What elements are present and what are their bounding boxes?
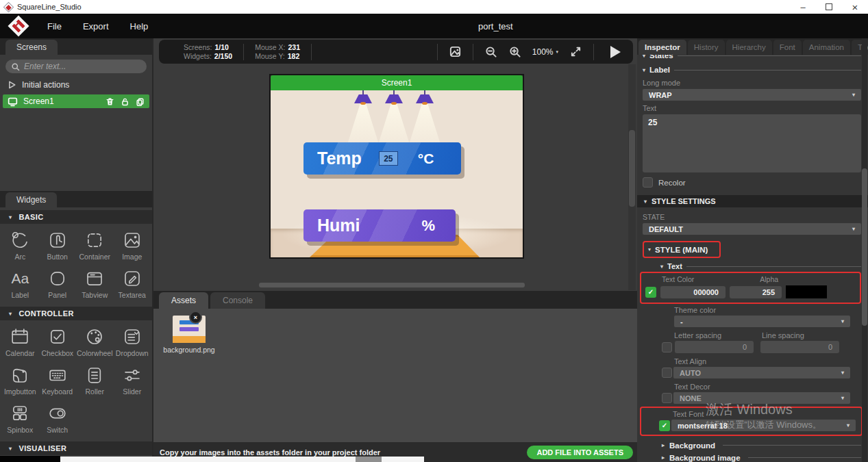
tab-animation[interactable]: Animation: [803, 40, 850, 55]
humi-label[interactable]: Humi: [317, 216, 360, 235]
tab-console[interactable]: Console: [210, 292, 265, 309]
style-settings-header[interactable]: ▾ STYLE SETTINGS: [637, 195, 868, 207]
minimize-button[interactable]: –: [790, 0, 816, 14]
asset-item[interactable]: × background.png: [163, 316, 215, 355]
long-mode-dropdown[interactable]: WRAP ▾: [643, 89, 861, 101]
minimize-icon: –: [800, 2, 805, 12]
alpha-label: Alpha: [760, 275, 778, 283]
inspector-content: ▾ States ▾ Label Long mode WRAP ▾ Text 2…: [637, 55, 868, 462]
alpha-field[interactable]: 255: [730, 286, 782, 298]
widget-spinbox[interactable]: Spinbox: [1, 399, 39, 437]
tab-font[interactable]: Font: [773, 40, 802, 55]
background-section-header[interactable]: ▸ Background: [643, 439, 861, 451]
temp-value-label-selected[interactable]: 25: [379, 151, 398, 166]
imgbutton-icon: [10, 365, 30, 385]
tab-screens[interactable]: Screens: [5, 40, 58, 55]
zoom-in-icon[interactable]: [508, 45, 521, 58]
widget-keyboard[interactable]: Keyboard: [39, 361, 77, 399]
widget-image[interactable]: Image: [114, 226, 151, 264]
text-style-section-header[interactable]: ▾ Text: [660, 262, 861, 270]
tab-hierarchy[interactable]: Hierarchy: [726, 40, 772, 55]
inspector-tabstrip: Inspector History Hierarchy Font Animati…: [637, 38, 868, 55]
horizontal-scrollbar[interactable]: [259, 283, 525, 287]
lock-icon[interactable]: [121, 97, 129, 106]
text-color-checkbox-checked[interactable]: ✓: [645, 287, 656, 298]
letter-spacing-field[interactable]: 0: [675, 341, 754, 353]
vertical-scrollbar-thumb[interactable]: [629, 130, 635, 207]
textarea-icon: [122, 268, 142, 289]
zoom-level-dropdown[interactable]: 100% ▾: [532, 47, 558, 57]
spacing-checkbox[interactable]: [662, 342, 672, 352]
zoom-out-icon[interactable]: [484, 45, 497, 58]
text-font-checkbox-checked[interactable]: ✓: [659, 420, 670, 431]
add-file-into-assets-button[interactable]: ADD FILE INTO ASSETS: [527, 446, 633, 459]
text-align-checkbox[interactable]: [662, 368, 672, 378]
inspector-scrollbar-thumb[interactable]: [862, 168, 867, 326]
initial-actions-row[interactable]: Initial actions: [7, 80, 145, 90]
maximize-button[interactable]: [816, 0, 842, 14]
text-align-dropdown[interactable]: AUTO ▾: [673, 367, 850, 378]
widget-colorwheel[interactable]: Colorwheel: [76, 322, 114, 361]
section-visualiser[interactable]: ▾ VISUALISER: [0, 441, 152, 455]
widget-container[interactable]: Container: [76, 226, 114, 264]
fit-to-screen-icon[interactable]: [569, 45, 582, 58]
humi-unit-label[interactable]: %: [421, 217, 435, 235]
humi-panel-widget[interactable]: Humi %: [303, 209, 456, 242]
line-spacing-field[interactable]: 0: [760, 341, 839, 353]
widget-calendar[interactable]: Calendar: [1, 322, 39, 361]
menu-export[interactable]: Export: [83, 21, 109, 31]
menu-file[interactable]: File: [47, 21, 62, 31]
tab-assets[interactable]: Assets: [159, 292, 208, 309]
background-image-section-header[interactable]: ▸ Background image: [643, 452, 861, 462]
style-main-header-highlighted[interactable]: ▾ STYLE (MAIN): [643, 241, 721, 258]
search-icon: [11, 62, 20, 71]
widget-switch[interactable]: Switch: [39, 399, 77, 437]
temp-label[interactable]: Temp: [317, 149, 362, 168]
text-decor-checkbox[interactable]: [662, 393, 672, 403]
screen-canvas[interactable]: Temp 25 °C Humi %: [271, 90, 523, 257]
widget-tabview[interactable]: Tabview: [76, 264, 114, 303]
background-image-icon[interactable]: [449, 45, 462, 58]
tab-inspector[interactable]: Inspector: [638, 40, 686, 55]
duplicate-icon[interactable]: [136, 97, 145, 106]
widget-panel[interactable]: Panel: [39, 264, 77, 303]
close-button[interactable]: ×: [842, 0, 868, 14]
widget-dropdown[interactable]: Dropdown: [114, 322, 151, 361]
remove-asset-button[interactable]: ×: [189, 311, 202, 324]
delete-icon[interactable]: [106, 97, 114, 106]
tab-history[interactable]: History: [688, 40, 725, 55]
canvas-area: Screens:1/10 Widgets:2/150 Mouse X:231 M…: [152, 38, 637, 462]
dropdown-icon: [122, 326, 142, 347]
tab-widgets[interactable]: Widgets: [5, 192, 57, 207]
recolor-checkbox[interactable]: [643, 177, 653, 188]
widget-label[interactable]: Aa Label: [1, 264, 39, 303]
theme-color-label: Theme color: [674, 306, 861, 314]
text-value-textarea[interactable]: 25: [643, 114, 861, 172]
widget-roller[interactable]: Roller: [76, 361, 114, 399]
label-section-header[interactable]: ▾ Label: [643, 66, 861, 74]
text-font-dropdown[interactable]: montserrat 18 ▾: [671, 420, 856, 431]
screen-header[interactable]: Screen1: [271, 75, 523, 90]
temp-unit-label[interactable]: °C: [418, 151, 434, 167]
temp-panel-widget[interactable]: Temp 25 °C: [303, 142, 461, 175]
play-button[interactable]: [610, 46, 621, 58]
widget-button[interactable]: Button: [39, 226, 77, 264]
widgets-panel: ▾ BASIC Arc Button Container Image Aa: [0, 207, 152, 462]
line-spacing-label: Line spacing: [762, 331, 804, 339]
screen-list-item-selected[interactable]: Screen1: [3, 94, 149, 108]
section-basic[interactable]: ▾ BASIC: [0, 210, 152, 224]
text-color-swatch[interactable]: [786, 285, 827, 298]
section-controller[interactable]: ▾ CONTROLLER: [0, 307, 152, 320]
state-dropdown[interactable]: DEFAULT ▾: [643, 223, 861, 235]
widget-checkbox[interactable]: Checkbox: [39, 322, 77, 361]
screens-search-input[interactable]: Enter text...: [5, 60, 147, 73]
widget-arc[interactable]: Arc: [1, 226, 39, 264]
states-section-header[interactable]: ▾ States: [643, 55, 861, 60]
widget-textarea[interactable]: Textarea: [114, 264, 151, 303]
text-color-hex-field[interactable]: 000000: [660, 286, 726, 298]
widget-slider[interactable]: Slider: [114, 361, 151, 399]
widget-imgbutton[interactable]: Imgbutton: [1, 361, 39, 399]
theme-color-dropdown[interactable]: - ▾: [674, 316, 850, 327]
text-decor-dropdown[interactable]: NONE ▾: [673, 392, 850, 404]
menu-help[interactable]: Help: [130, 21, 149, 31]
